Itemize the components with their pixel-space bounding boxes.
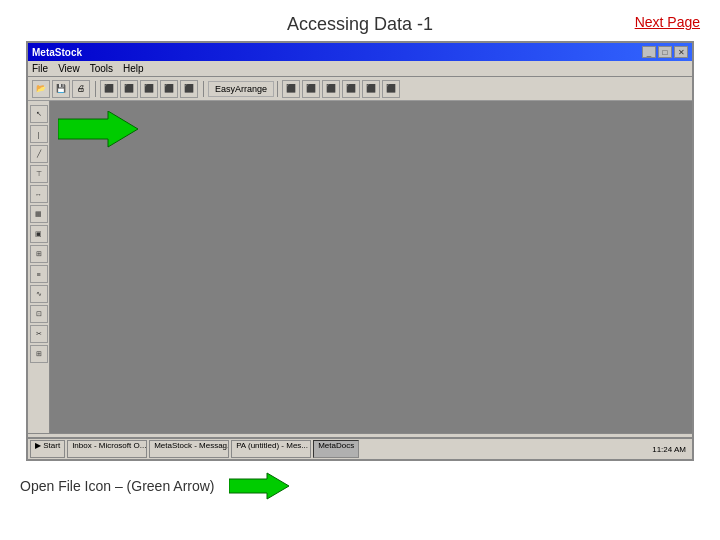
chart-area <box>50 101 692 433</box>
menu-view[interactable]: View <box>58 63 80 74</box>
menu-file[interactable]: File <box>32 63 48 74</box>
toolbar-btn-4[interactable]: ⬛ <box>160 80 178 98</box>
minimize-button[interactable]: _ <box>642 46 656 58</box>
toolbar-btn-8[interactable]: ⬛ <box>322 80 340 98</box>
tool-select[interactable]: ↖ <box>30 105 48 123</box>
taskbar-metastock-msg[interactable]: MetaStock - Messag... <box>149 440 229 458</box>
left-sidebar: ↖ | ╱ ⊤ ↔ ▦ ▣ ⊞ ≡ ∿ ⊡ ✂ ⊞ <box>28 101 50 433</box>
tool-11[interactable]: ✂ <box>30 325 48 343</box>
tool-5[interactable]: ▦ <box>30 205 48 223</box>
next-page-link[interactable]: Next Page <box>635 14 700 30</box>
taskbar-pa-msg[interactable]: PA (untitled) - Mes... <box>231 440 311 458</box>
tool-7[interactable]: ⊞ <box>30 245 48 263</box>
taskbar-start[interactable]: ▶ Start <box>30 440 65 458</box>
tool-6[interactable]: ▣ <box>30 225 48 243</box>
menu-help[interactable]: Help <box>123 63 144 74</box>
menu-bar: File View Tools Help <box>28 61 692 77</box>
toolbar-btn-7[interactable]: ⬛ <box>302 80 320 98</box>
tool-8[interactable]: ≡ <box>30 265 48 283</box>
tool-12[interactable]: ⊞ <box>30 345 48 363</box>
window-title-text: MetaStock <box>32 47 82 58</box>
toolbar-separator-3 <box>277 81 279 97</box>
tool-4[interactable]: ↔ <box>30 185 48 203</box>
window-title-bar: MetaStock _ □ ✕ <box>28 43 692 61</box>
tool-10[interactable]: ⊡ <box>30 305 48 323</box>
page-title-area: Accessing Data -1 Next Page <box>0 0 720 41</box>
bottom-caption: Open File Icon – (Green Arrow) <box>0 463 720 509</box>
toolbar-separator-1 <box>95 81 97 97</box>
toolbar-btn-9[interactable]: ⬛ <box>342 80 360 98</box>
svg-marker-1 <box>229 473 289 499</box>
print-button[interactable]: 🖨 <box>72 80 90 98</box>
window-control-buttons: _ □ ✕ <box>642 46 688 58</box>
tool-2[interactable]: ╱ <box>30 145 48 163</box>
taskbar: ▶ Start Inbox - Microsoft O... MetaStock… <box>28 437 692 459</box>
toolbar-separator-2 <box>203 81 205 97</box>
caption-text: Open File Icon – (Green Arrow) <box>20 478 215 494</box>
toolbar-btn-6[interactable]: ⬛ <box>282 80 300 98</box>
toolbar-btn-11[interactable]: ⬛ <box>382 80 400 98</box>
screenshot-container: MetaStock _ □ ✕ File View Tools Help 📂 💾… <box>26 41 694 461</box>
toolbar-btn-1[interactable]: ⬛ <box>100 80 118 98</box>
taskbar-inbox[interactable]: Inbox - Microsoft O... <box>67 440 147 458</box>
toolbar-btn-3[interactable]: ⬛ <box>140 80 158 98</box>
svg-marker-0 <box>58 111 138 147</box>
toolbar-btn-10[interactable]: ⬛ <box>362 80 380 98</box>
open-button[interactable]: 📂 <box>32 80 50 98</box>
tool-1[interactable]: | <box>30 125 48 143</box>
maximize-button[interactable]: □ <box>658 46 672 58</box>
toolbar-btn-2[interactable]: ⬛ <box>120 80 138 98</box>
content-area: ↖ | ╱ ⊤ ↔ ▦ ▣ ⊞ ≡ ∿ ⊡ ✂ ⊞ <box>28 101 692 433</box>
save-button[interactable]: 💾 <box>52 80 70 98</box>
taskbar-time: 11:24 AM <box>652 445 686 454</box>
toolbar-easyarrange-label: EasyArrange <box>208 81 274 97</box>
taskbar-metadocs[interactable]: MetaDocs <box>313 440 359 458</box>
page-title: Accessing Data -1 <box>247 14 474 35</box>
close-button[interactable]: ✕ <box>674 46 688 58</box>
green-arrow-icon <box>58 111 138 161</box>
menu-tools[interactable]: Tools <box>90 63 113 74</box>
metastock-window: MetaStock _ □ ✕ File View Tools Help 📂 💾… <box>28 43 692 459</box>
caption-arrow-icon <box>229 471 289 501</box>
toolbar-btn-5[interactable]: ⬛ <box>180 80 198 98</box>
toolbar: 📂 💾 🖨 ⬛ ⬛ ⬛ ⬛ ⬛ EasyArrange ⬛ ⬛ ⬛ ⬛ ⬛ ⬛ <box>28 77 692 101</box>
tool-9[interactable]: ∿ <box>30 285 48 303</box>
tool-3[interactable]: ⊤ <box>30 165 48 183</box>
